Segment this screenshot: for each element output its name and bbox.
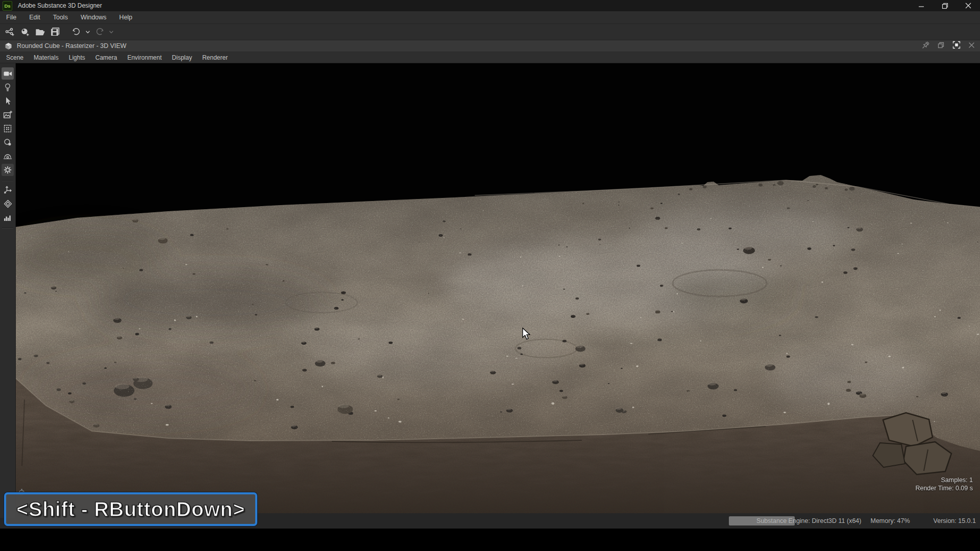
close-panel-button[interactable]: [968, 41, 975, 51]
render-3d-scene: [15, 63, 980, 513]
new-substance-button[interactable]: [2, 26, 17, 39]
settings-tool-icon: [3, 165, 12, 174]
save-icon: [51, 27, 61, 37]
tool-separator: [2, 228, 13, 229]
menu-windows[interactable]: Windows: [81, 14, 107, 21]
redo-dropdown-icon: [109, 31, 113, 34]
histogram-tool-button[interactable]: [2, 211, 14, 223]
pointer-tool-button[interactable]: [2, 95, 14, 107]
focus-frame-button[interactable]: [952, 41, 961, 51]
samples-readout: Samples: 1: [915, 476, 973, 484]
render-stats: Samples: 1 Render Time: 0.09 s: [915, 476, 973, 492]
app-logo-icon: Ds: [3, 1, 12, 11]
geometry-tool-button[interactable]: [2, 197, 14, 210]
undo-history-dropdown[interactable]: [84, 26, 92, 39]
restore-icon: [942, 3, 948, 9]
panel-tab-bar: Rounded Cube - Rasterizer - 3D VIEW: [0, 40, 980, 52]
pointer-tool-icon: [3, 96, 12, 106]
render-time-readout: Render Time: 0.09 s: [915, 484, 973, 492]
window-controls: [910, 0, 980, 11]
new-package-button[interactable]: [17, 26, 33, 39]
title-bar: Ds Adobe Substance 3D Designer: [0, 0, 980, 11]
keystroke-overlay-text: <Shift - RButtonDown>: [16, 498, 245, 521]
tool-separator: [2, 180, 13, 181]
undo-button[interactable]: [68, 26, 84, 39]
engine-status: Substance Engine: Direct3D 11 (x64): [756, 517, 861, 524]
cube-icon: [4, 42, 13, 51]
menu-help[interactable]: Help: [119, 14, 133, 21]
app-window: Ds Adobe Substance 3D Designer File Edit…: [0, 0, 980, 551]
panel-tab-actions: [922, 41, 975, 51]
environment-image-tool-icon: [3, 110, 13, 120]
orbit-tool-button[interactable]: [2, 136, 14, 148]
view-menu-bar: Scene Materials Lights Camera Environmen…: [0, 52, 980, 63]
viewport-canvas[interactable]: Samples: 1 Render Time: 0.09 s: [15, 63, 980, 513]
keystroke-overlay: <Shift - RButtonDown>: [4, 492, 257, 526]
panel-tab-title[interactable]: Rounded Cube - Rasterizer - 3D VIEW: [17, 42, 127, 49]
light-tool-icon: [3, 83, 12, 92]
minimize-icon: [918, 3, 924, 9]
transform-tool-button[interactable]: [2, 184, 14, 196]
window-title: Adobe Substance 3D Designer: [18, 2, 102, 9]
bottom-black-strip: [0, 529, 980, 551]
new-substance-icon: [5, 27, 15, 37]
redo-button[interactable]: [92, 26, 107, 39]
restore-panel-button[interactable]: [937, 41, 945, 51]
close-panel-icon: [968, 42, 975, 48]
close-icon: [965, 3, 971, 9]
dome-light-tool-icon: [3, 152, 12, 161]
version-status: Version: 15.0.1: [934, 517, 976, 524]
view-menu-display[interactable]: Display: [172, 54, 192, 61]
menu-bar: File Edit Tools Windows Help: [0, 11, 980, 24]
view-menu-scene[interactable]: Scene: [6, 54, 23, 61]
transform-tool-icon: [3, 185, 13, 195]
mouse-cursor: [522, 328, 533, 343]
settings-tool-button[interactable]: [2, 164, 14, 176]
environment-image-tool-button[interactable]: [2, 109, 14, 121]
redo-history-dropdown[interactable]: [107, 26, 115, 39]
light-tool-button[interactable]: [2, 81, 14, 93]
open-button[interactable]: [33, 26, 48, 39]
restore-button[interactable]: [933, 0, 957, 11]
menu-edit[interactable]: Edit: [29, 14, 40, 21]
viewport-tool-column: [0, 63, 16, 518]
camera-tool-icon: [3, 69, 13, 79]
focus-frame-icon: [952, 41, 961, 49]
restore-panel-icon: [937, 41, 945, 49]
material-tool-button[interactable]: [2, 122, 14, 135]
open-icon: [35, 27, 45, 37]
camera-tool-button[interactable]: [2, 67, 14, 80]
view-menu-camera[interactable]: Camera: [95, 54, 117, 61]
main-toolbar: [0, 24, 980, 40]
menu-file[interactable]: File: [6, 14, 16, 21]
pin-button[interactable]: [922, 41, 929, 51]
menu-tools[interactable]: Tools: [53, 14, 68, 21]
save-button[interactable]: [48, 26, 63, 39]
histogram-tool-icon: [3, 213, 12, 222]
close-button[interactable]: [957, 0, 980, 11]
material-tool-icon: [3, 124, 12, 133]
view-menu-renderer[interactable]: Renderer: [202, 54, 228, 61]
view-menu-materials[interactable]: Materials: [34, 54, 59, 61]
view-menu-lights[interactable]: Lights: [69, 54, 85, 61]
pin-icon: [922, 41, 929, 49]
undo-dropdown-icon: [86, 31, 90, 34]
memory-status: Memory: 47%: [870, 517, 910, 524]
view-menu-environment[interactable]: Environment: [127, 54, 161, 61]
minimize-button[interactable]: [910, 0, 933, 11]
dome-light-tool-button[interactable]: [2, 150, 14, 162]
geometry-tool-icon: [3, 199, 13, 209]
undo-icon: [71, 27, 81, 37]
new-package-icon: [20, 27, 30, 37]
orbit-tool-icon: [3, 138, 12, 147]
redo-icon: [95, 27, 105, 37]
